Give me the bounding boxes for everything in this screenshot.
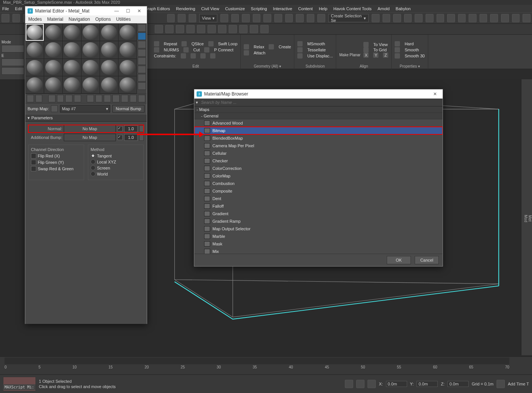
toolbar-icon[interactable] [218, 25, 226, 33]
toolbar-icon[interactable] [12, 14, 20, 22]
reference-coord-dropdown[interactable]: View▾ [199, 14, 217, 22]
map-item-camera-map-per-pixel[interactable]: Camera Map Per Pixel [194, 142, 443, 149]
map-item-falloff[interactable]: Falloff [194, 202, 443, 210]
left-tool[interactable] [2, 67, 24, 75]
sample-slot[interactable] [81, 41, 100, 58]
sample-slot[interactable] [100, 41, 118, 58]
add-time-tag[interactable]: Add Time T [508, 382, 529, 386]
z-field[interactable]: 0.0m [447, 381, 469, 387]
normal-amount-spinner[interactable]: 1.0 [124, 125, 138, 132]
minimize-button[interactable]: — [111, 8, 122, 14]
material-map-navigator-icon[interactable] [138, 82, 146, 90]
menu-civilview[interactable]: Civil View [201, 6, 219, 11]
sample-type-icon[interactable] [138, 24, 146, 32]
options-icon[interactable] [138, 66, 146, 73]
sample-slot[interactable] [26, 24, 44, 41]
me-menu-utilities[interactable]: Utilities [116, 17, 131, 22]
repeat-icon[interactable] [154, 41, 159, 46]
toolbar-icon[interactable] [2, 14, 9, 22]
msmooth-button[interactable]: MSmooth [307, 42, 325, 46]
me-menu-navigation[interactable]: Navigation [69, 17, 90, 22]
general-header[interactable]: - General [194, 113, 443, 119]
flip-red-checkbox[interactable] [31, 153, 36, 159]
search-options-icon[interactable]: ▾ [196, 100, 198, 105]
left-tool[interactable] [2, 45, 24, 52]
toolbar-icon[interactable] [512, 14, 520, 22]
toolbar-icon[interactable] [285, 14, 293, 22]
material-editor-titlebar[interactable]: 3 Material Editor - Metal_Mat — ☐ ✕ [25, 6, 147, 15]
toolbar-icon[interactable] [415, 14, 423, 22]
sample-slot[interactable] [81, 76, 100, 93]
sample-slot[interactable] [100, 76, 118, 93]
menu-content[interactable]: Content [298, 6, 313, 11]
toolbar-icon[interactable] [480, 14, 487, 22]
isolate-icon[interactable] [345, 380, 353, 388]
makeplanar-button[interactable]: Make Planar [339, 53, 360, 57]
toolbar-icon[interactable] [490, 14, 498, 22]
reset-map-icon[interactable] [57, 95, 64, 102]
browser-close-button[interactable]: ✕ [430, 91, 440, 97]
menu-customize[interactable]: Customize [225, 6, 245, 11]
sample-slot[interactable] [63, 59, 81, 76]
tessellate-icon[interactable] [297, 47, 303, 52]
toolbar-icon[interactable] [469, 14, 477, 22]
world-radio[interactable] [91, 171, 95, 176]
map-item-checker[interactable]: Checker [194, 157, 443, 165]
constraint-icon[interactable] [191, 53, 196, 59]
maxscript-listener[interactable]: MAXScript Mi: [3, 384, 35, 390]
backlight-icon[interactable] [138, 32, 146, 40]
lock-icon[interactable] [356, 380, 364, 388]
additional-enable-checkbox[interactable] [117, 135, 123, 140]
sample-slot[interactable] [118, 24, 137, 41]
left-tool[interactable] [2, 59, 24, 66]
hard-button[interactable]: Hard [404, 42, 414, 46]
selection-set-dropdown[interactable]: Create Selection Se▾ [328, 14, 369, 22]
toolbar-icon[interactable] [220, 14, 228, 22]
toolbar-icon[interactable] [296, 14, 304, 22]
align-y-button[interactable]: Y [373, 52, 378, 58]
toolbar-icon[interactable] [317, 14, 325, 22]
toolbar-icon[interactable] [186, 25, 195, 33]
menu-babylon[interactable]: Babylon [396, 6, 411, 11]
menu-help[interactable]: Help [319, 6, 328, 11]
toolbar-icon[interactable] [165, 25, 174, 33]
pconnect-icon[interactable] [204, 47, 209, 52]
menu-file[interactable]: File [2, 6, 9, 11]
toview-icon[interactable] [363, 42, 369, 47]
menu-scripting[interactable]: Scripting [251, 6, 267, 11]
sample-slot[interactable] [63, 76, 81, 93]
map-item-combustion[interactable]: Combustion [194, 180, 443, 187]
toolbar-icon[interactable] [229, 25, 237, 33]
get-material-icon[interactable] [27, 95, 34, 102]
sample-slot[interactable] [26, 76, 44, 93]
sample-slot[interactable] [81, 59, 100, 76]
teapot-icon[interactable] [523, 14, 530, 22]
ok-button[interactable]: OK [387, 256, 411, 264]
toolbar-icon[interactable] [242, 14, 250, 22]
pconnect-button[interactable]: P Connect [214, 48, 233, 52]
map-item-map-output-selector[interactable]: Map Output Selector [194, 225, 443, 233]
sample-slot[interactable] [44, 76, 62, 93]
timeline[interactable]: 0510152025303540455055606570 [0, 356, 532, 375]
attach-button[interactable]: Attach [254, 51, 265, 55]
y-field[interactable]: 0.0m [417, 381, 438, 387]
flip-green-checkbox[interactable] [31, 160, 36, 165]
map-item-colormap[interactable]: ColorMap [194, 172, 443, 180]
sample-slot[interactable] [44, 41, 62, 58]
align-x-button[interactable]: X [363, 52, 369, 58]
sample-slot[interactable] [118, 59, 137, 76]
toolbar-icon[interactable] [274, 14, 282, 22]
toolbar-icon[interactable] [404, 14, 412, 22]
me-menu-material[interactable]: Material [47, 17, 63, 22]
smooth-icon[interactable] [395, 47, 400, 52]
constraint-icon[interactable] [200, 53, 206, 59]
command-panel-collapsed[interactable]: Met Mod [521, 79, 532, 355]
smooth-button[interactable]: Smooth [404, 48, 419, 52]
attach-icon[interactable] [244, 50, 249, 55]
map-item-cellular[interactable]: Cellular [194, 149, 443, 157]
sample-slot[interactable] [118, 41, 137, 58]
cut-icon[interactable] [183, 47, 189, 52]
menu-edit[interactable]: Edit [15, 6, 22, 11]
sample-slot[interactable] [44, 24, 62, 41]
toolbar-icon[interactable] [197, 25, 205, 33]
